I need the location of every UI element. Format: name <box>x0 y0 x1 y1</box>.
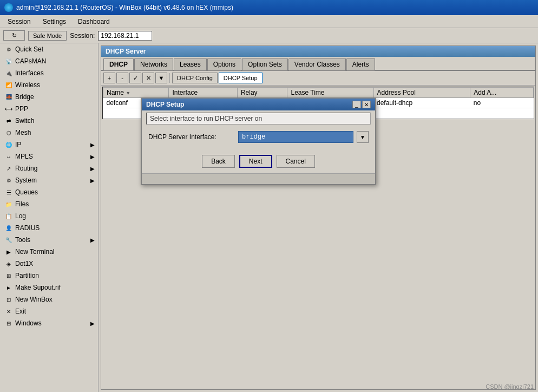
next-button[interactable]: Next <box>239 155 272 168</box>
edit-button[interactable]: ✓ <box>129 73 141 83</box>
col-name[interactable]: Name ▼ <box>103 88 169 98</box>
sidebar-item-dot1x[interactable]: Dot1X <box>0 258 98 270</box>
sidebar-item-mesh[interactable]: Mesh <box>0 127 98 139</box>
sidebar-item-exit[interactable]: Exit <box>0 305 98 317</box>
dialog-close-button[interactable]: ✕ <box>362 101 371 108</box>
menu-dashboard[interactable]: Dashboard <box>73 17 115 27</box>
interface-input[interactable] <box>238 131 353 143</box>
sidebar-label-wireless: Wireless <box>15 81 40 89</box>
sidebar-label-switch: Switch <box>15 117 34 125</box>
routing-arrow: ▶ <box>90 166 95 172</box>
wireless-icon <box>4 81 13 89</box>
back-button[interactable]: Back <box>202 155 235 168</box>
sidebar-item-quick-set[interactable]: Quick Set <box>0 43 98 55</box>
sidebar-label-ppp: PPP <box>15 105 28 113</box>
session-input[interactable] <box>98 31 152 41</box>
dialog-title-controls: _ ✕ <box>352 101 371 108</box>
routing-icon <box>4 164 13 173</box>
dot1x-icon <box>4 259 13 268</box>
sidebar-label-ip: IP <box>15 141 21 148</box>
safe-mode-button[interactable]: Safe Mode <box>28 31 67 41</box>
sidebar-item-queues[interactable]: Queues <box>0 186 98 198</box>
interface-row: DHCP Server Interface: ▼ <box>148 131 369 143</box>
tab-options[interactable]: Options <box>207 58 241 70</box>
sidebar-item-windows[interactable]: Windows ▶ <box>0 317 98 329</box>
tab-alerts[interactable]: Alerts <box>346 58 375 70</box>
tab-vendor-classes[interactable]: Vendor Classes <box>288 58 346 70</box>
sidebar-item-wireless[interactable]: Wireless <box>0 79 98 91</box>
dialog-body: DHCP Server Interface: ▼ <box>142 127 375 152</box>
tab-option-sets[interactable]: Option Sets <box>242 58 288 70</box>
col-add-a[interactable]: Add A... <box>470 88 534 98</box>
tab-leases[interactable]: Leases <box>174 58 207 70</box>
windows-icon <box>4 319 13 328</box>
mpls-icon <box>4 152 13 161</box>
dhcp-setup-button[interactable]: DHCP Setup <box>219 73 263 83</box>
main-layout: Quick Set CAPsMAN Interfaces Wireless Br… <box>0 43 538 392</box>
dialog-minimize-button[interactable]: _ <box>352 101 361 108</box>
sidebar-label-windows: Windows <box>15 319 42 327</box>
filter-button[interactable]: ▼ <box>155 73 167 83</box>
add-button[interactable]: + <box>103 73 115 83</box>
cancel-button[interactable]: Cancel <box>277 155 315 168</box>
dialog-status-bar: Select interface to run DHCP server on <box>146 113 371 125</box>
caps-icon <box>4 57 13 66</box>
toolbar: ↻ Safe Mode Session: <box>0 28 538 43</box>
sidebar-item-ppp[interactable]: PPP <box>0 103 98 115</box>
sidebar-label-radius: RADIUS <box>15 224 40 232</box>
col-relay[interactable]: Relay <box>237 88 287 98</box>
sidebar-item-switch[interactable]: Switch <box>0 115 98 127</box>
mpls-arrow: ▶ <box>90 154 95 160</box>
cell-add-a: no <box>470 98 534 108</box>
ip-arrow: ▶ <box>90 142 95 148</box>
col-lease-time[interactable]: Lease Time <box>287 88 373 98</box>
sidebar-item-make-supout[interactable]: Make Supout.rif <box>0 282 98 293</box>
sidebar-label-quick-set: Quick Set <box>15 45 43 53</box>
cell-address-pool: default-dhcp <box>373 98 470 108</box>
menu-session[interactable]: Session <box>2 17 36 27</box>
sidebar-item-interfaces[interactable]: Interfaces <box>0 67 98 79</box>
sidebar-item-tools[interactable]: Tools ▶ <box>0 234 98 246</box>
sidebar-label-queues: Queues <box>15 188 38 196</box>
sidebar-item-new-winbox[interactable]: New WinBox <box>0 293 98 305</box>
copy-button[interactable]: ✕ <box>142 73 154 83</box>
switch-icon <box>4 116 13 125</box>
sidebar-label-new-terminal: New Terminal <box>15 248 54 256</box>
sidebar-item-radius[interactable]: RADIUS <box>0 222 98 234</box>
interface-label: DHCP Server Interface: <box>148 133 235 141</box>
sidebar-label-files: Files <box>15 200 29 208</box>
sidebar-item-ip[interactable]: IP ▶ <box>0 139 98 151</box>
interface-dropdown-button[interactable]: ▼ <box>357 131 369 143</box>
sidebar-label-dot1x: Dot1X <box>15 260 33 267</box>
tab-networks[interactable]: Networks <box>134 58 173 70</box>
action-bar: + - ✓ ✕ ▼ DHCP Config DHCP Setup <box>101 71 535 86</box>
dhcp-setup-dialog: DHCP Setup _ ✕ Select interface to run D… <box>141 97 376 185</box>
col-address-pool[interactable]: Address Pool <box>373 88 470 98</box>
sidebar-label-routing: Routing <box>15 165 37 172</box>
dialog-bottom-bar <box>142 173 375 184</box>
col-interface[interactable]: Interface <box>169 88 238 98</box>
sidebar-item-routing[interactable]: Routing ▶ <box>0 162 98 174</box>
queues-icon <box>4 188 13 197</box>
tab-dhcp[interactable]: DHCP <box>103 58 134 70</box>
sidebar-item-mpls[interactable]: MPLS ▶ <box>0 151 98 162</box>
sidebar-item-system[interactable]: System ▶ <box>0 174 98 186</box>
sidebar-item-log[interactable]: Log <box>0 210 98 222</box>
app-icon <box>4 3 13 12</box>
sidebar-item-files[interactable]: Files <box>0 198 98 210</box>
tab-bar: DHCP Networks Leases Options Option Sets… <box>101 57 535 71</box>
content-area: DHCP Server DHCP Networks Leases Options… <box>99 43 538 392</box>
sidebar-label-log: Log <box>15 212 26 220</box>
bridge-icon <box>4 93 13 101</box>
sidebar-label-mpls: MPLS <box>15 153 33 160</box>
sidebar-item-new-terminal[interactable]: New Terminal <box>0 246 98 258</box>
menu-settings[interactable]: Settings <box>37 17 71 27</box>
sidebar-item-capsman[interactable]: CAPsMAN <box>0 55 98 67</box>
remove-button[interactable]: - <box>116 73 128 83</box>
sidebar-label-new-winbox: New WinBox <box>15 296 53 303</box>
sidebar-item-bridge[interactable]: Bridge <box>0 91 98 103</box>
sidebar-item-partition[interactable]: Partition <box>0 270 98 282</box>
gear-icon <box>4 45 13 54</box>
refresh-button[interactable]: ↻ <box>3 30 25 41</box>
dhcp-config-button[interactable]: DHCP Config <box>172 73 218 83</box>
